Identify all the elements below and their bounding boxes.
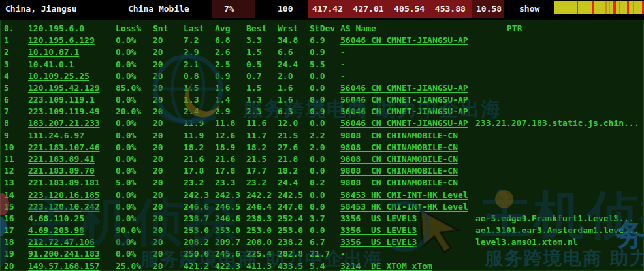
- ip-address-link[interactable]: 4.68.110.25: [28, 213, 84, 225]
- stdev-ms: 0.0: [310, 82, 325, 94]
- as-name-link[interactable]: 58453 HK CMI-INT-HK Level: [340, 189, 468, 201]
- last-ms: 2.9: [184, 46, 199, 58]
- table-row: 18212.72.47.1060.0%20208.2209.7208.0238.…: [1, 236, 644, 248]
- table-row: 1120.195.6.1290.0%207.26.83.334.86.95604…: [1, 35, 644, 46]
- best-ms: 0.5: [246, 59, 261, 71]
- ip-address-link[interactable]: 4.69.203.98: [28, 225, 84, 236]
- ip-address-link[interactable]: 10.10.87.1: [28, 46, 79, 58]
- worst-ms: 282.8: [278, 248, 303, 260]
- col-header-best: Best: [246, 23, 266, 35]
- best-ms: 2.3: [246, 106, 261, 118]
- last-ms: 17.8: [184, 165, 204, 177]
- last-ms: 1.5: [184, 82, 199, 94]
- as-name-link[interactable]: 3214 DE XTOM xTom: [340, 261, 432, 271]
- avg-ms: 12.6: [215, 130, 235, 142]
- ip-address-link[interactable]: 183.207.21.233: [28, 118, 100, 129]
- table-row: 13221.183.89.1815.0%2023.223.323.224.40.…: [1, 177, 644, 189]
- ip-address-link[interactable]: 10.41.0.1: [28, 59, 74, 71]
- best-ms: 18.2: [246, 142, 266, 153]
- as-name-link[interactable]: 9808 CN CHINAMOBILE-CN: [340, 130, 458, 142]
- ip-address-link[interactable]: 111.24.6.97: [28, 130, 84, 142]
- last-ms: 18.2: [184, 142, 204, 153]
- ip-address-link[interactable]: 223.120.10.242: [28, 201, 100, 213]
- as-name-link[interactable]: 58453 HK CMI-INT-HK Level: [340, 201, 468, 213]
- ip-address-link[interactable]: 91.200.241.183: [28, 248, 100, 260]
- last-ms: 23.2: [184, 177, 204, 189]
- as-name-link: -: [340, 59, 346, 71]
- ip-address-link[interactable]: 223.109.119.1: [28, 94, 95, 106]
- best-ms: 3.3: [246, 35, 261, 46]
- worst-ms: 21.5: [278, 130, 298, 142]
- ip-address-link[interactable]: 221.183.89.70: [28, 165, 95, 177]
- loss-percent: 0.0%: [116, 94, 136, 106]
- hop-number: 17: [4, 225, 14, 236]
- table-row: 7223.109.119.4920.0%202.42.92.36.30.9560…: [1, 106, 644, 118]
- show-link[interactable]: show: [519, 0, 539, 18]
- ip-address-link[interactable]: 223.109.119.49: [28, 106, 100, 118]
- ip-address-link[interactable]: 223.120.16.185: [28, 189, 100, 201]
- ip-address-link[interactable]: 120.195.42.129: [28, 82, 100, 94]
- worst-ms: 247.0: [278, 201, 303, 213]
- worst-ms: 253.0: [278, 225, 303, 236]
- ip-address-link[interactable]: 221.183.107.46: [28, 142, 100, 153]
- ip-address-link[interactable]: 221.183.89.181: [28, 177, 100, 189]
- sent-count: 20: [153, 59, 163, 71]
- loss-percent: 0.0%: [116, 142, 136, 153]
- as-name-link[interactable]: 9808 CN CHINAMOBILE-CN: [340, 142, 458, 153]
- sent-count: 20: [153, 236, 163, 248]
- as-name-link[interactable]: 9808 CN CHINAMOBILE-CN: [340, 177, 458, 189]
- table-row: 12221.183.89.700.0%2017.817.817.718.20.0…: [1, 165, 644, 177]
- stdev-ms: 2.2: [310, 130, 325, 142]
- as-name-link[interactable]: 3356 US LEVEL3: [340, 225, 417, 236]
- as-name-link[interactable]: 56046 CN CMNET-JIANGSU-AP: [340, 106, 468, 118]
- hop-number: 5: [4, 82, 9, 94]
- table-row: 20149.57.168.15725.0%20421.2422.3411.343…: [1, 261, 644, 271]
- sent-count: 20: [153, 248, 163, 260]
- loss-percent: 5.0%: [116, 177, 136, 189]
- as-name-link[interactable]: 56046 CN CMNET-JIANGSU-AP: [340, 118, 468, 129]
- ip-address-link[interactable]: 120.195.6.0: [28, 23, 84, 35]
- sparkline-spike: [577, 1, 578, 14]
- as-name-link[interactable]: 9808 CN CHINAMOBILE-CN: [340, 165, 458, 177]
- loss-percent: 85.0%: [116, 82, 141, 94]
- sparkline-spike: [592, 1, 594, 14]
- sent-count: 20: [153, 213, 163, 225]
- stdev-ms: 2.0: [310, 142, 325, 153]
- worst-ms: 6.3: [278, 106, 293, 118]
- best-ms: 23.2: [246, 177, 266, 189]
- sparkline-spike: [619, 1, 620, 14]
- as-name-link[interactable]: 3356 US LEVEL3: [340, 213, 417, 225]
- as-name-link[interactable]: 56046 CN CMNET-JIANGSU-AP: [340, 82, 468, 94]
- as-name-link[interactable]: 9808 CN CHINAMOBILE-CN: [340, 153, 458, 165]
- latency-sparkline-bar: [554, 1, 644, 14]
- as-name-link[interactable]: 3356 US LEVEL3: [340, 236, 417, 248]
- stdev-ms: 0.0: [310, 71, 325, 82]
- hop-number: 20: [4, 261, 14, 271]
- col-header-hop: 0.: [4, 23, 14, 35]
- hop-number: 7: [4, 106, 9, 118]
- table-header-row: 0.120.195.6.0Loss%SntLastAvgBestWrstStDe…: [1, 23, 644, 35]
- table-row: 11221.183.89.410.0%2021.621.621.521.80.0…: [1, 153, 644, 165]
- ip-address-link[interactable]: 10.109.25.25: [28, 71, 89, 82]
- table-row: 9111.24.6.970.0%2011.912.611.721.52.2980…: [1, 130, 644, 142]
- loss-percent: 0.0%: [116, 59, 136, 71]
- best-ms: 11.7: [246, 130, 266, 142]
- as-name-link[interactable]: 56046 CN CMNET-JIANGSU-AP: [340, 94, 468, 106]
- worst-ms: 242.5: [278, 189, 303, 201]
- ip-address-link[interactable]: 212.72.47.106: [28, 236, 95, 248]
- loss-percent: 0.0%: [116, 130, 136, 142]
- last-ms: 11.9: [184, 130, 204, 142]
- last-ms: 0.8: [184, 71, 199, 82]
- ip-address-link[interactable]: 120.195.6.129: [28, 35, 95, 46]
- avg-ms: 240.6: [215, 213, 240, 225]
- sent-count: 20: [153, 130, 163, 142]
- last-ms: 208.2: [184, 236, 209, 248]
- sent-count: 20: [153, 201, 163, 213]
- ip-address-link[interactable]: 221.183.89.41: [28, 153, 95, 165]
- ip-address-link[interactable]: 149.57.168.157: [28, 261, 100, 271]
- sparkline-spike: [627, 1, 629, 14]
- avg-ms: 2.5: [215, 59, 230, 71]
- hop-number: 6: [4, 94, 9, 106]
- as-name-link[interactable]: 56046 CN CMNET-JIANGSU-AP: [340, 35, 468, 46]
- avg-ms: 0.9: [215, 71, 230, 82]
